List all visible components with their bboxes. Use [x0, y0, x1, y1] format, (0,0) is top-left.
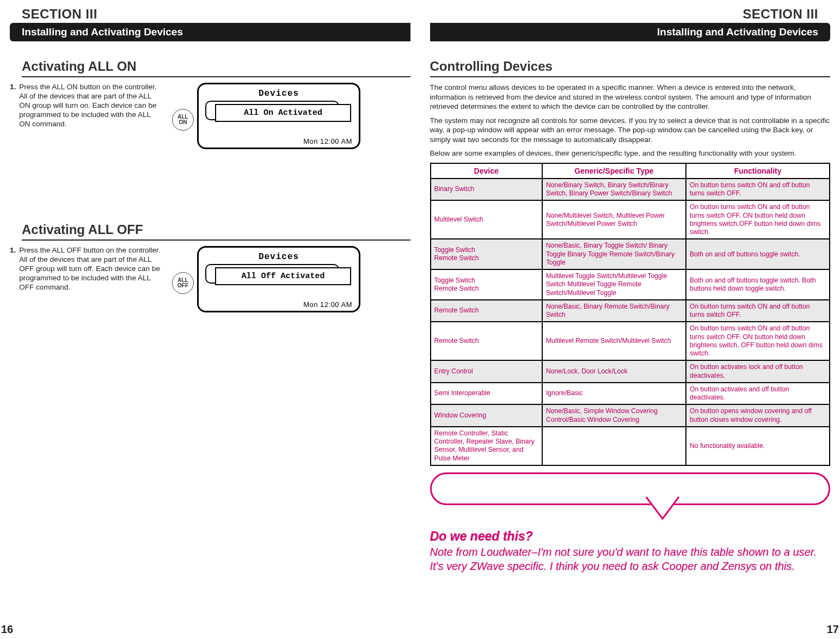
table-cell: Multilevel Remote Switch/Multilevel Swit…	[542, 322, 686, 360]
heading-controlling: Controlling Devices	[430, 59, 831, 77]
note-title: Do we need this?	[430, 529, 831, 544]
table-cell: Binary Switch	[431, 179, 542, 201]
step-text-1b: Press the ALL OFF button on the controll…	[19, 246, 162, 312]
table-cell: None/Basic, Simple Window Covering Contr…	[542, 404, 686, 427]
table-cell: Ignore/Basic	[542, 383, 686, 405]
table-cell: None/Multilevel Switch, Multilevel Power…	[542, 200, 686, 239]
table-cell: On button turns switch ON and off button…	[686, 200, 830, 239]
left-content: Activating ALL ON 1. Press the ALL ON bu…	[10, 41, 410, 629]
table-cell: Semi Interoperable	[431, 383, 542, 405]
table-row: Remote Controller, Static Controller, Re…	[431, 427, 830, 465]
table-cell: Both on and off buttons toggle switch. B…	[686, 269, 830, 300]
table-cell: On button turns switch ON and off button…	[686, 179, 830, 201]
lcd-popup-2: All Off Activated	[215, 267, 351, 285]
page-left: SECTION III Installing and Activating De…	[0, 0, 420, 639]
hw-col-all-on: ALL ON Devices All On Activated Mon 12:0…	[172, 83, 410, 149]
page-number-left: 16	[1, 623, 13, 636]
step-text-1a: Press the ALL ON button on the controlle…	[19, 83, 162, 149]
table-cell: Toggle Switch Remote Switch	[431, 269, 542, 300]
lcd-title-2: Devices	[204, 252, 353, 262]
table-cell: Remote Switch	[431, 322, 542, 360]
table-cell: None/Lock, Door Lock/Lock	[542, 360, 686, 383]
section-bar-left: Installing and Activating Devices	[10, 23, 410, 41]
table-cell: None/Binary Switch, Binary Switch/Binary…	[542, 179, 686, 201]
table-cell: Remote Controller, Static Controller, Re…	[431, 427, 542, 465]
table-row: Window CoveringNone/Basic, Simple Window…	[431, 404, 830, 427]
section-label-left: SECTION III	[10, 7, 410, 22]
table-cell: On button activates lock and off button …	[686, 360, 830, 383]
lcd-all-on: Devices All On Activated Mon 12:00 AM	[197, 83, 360, 149]
table-row: Binary SwitchNone/Binary Switch, Binary …	[431, 179, 830, 201]
table-cell: On button activates and off button deact…	[686, 383, 830, 405]
table-cell: On button opens window covering and off …	[686, 404, 830, 427]
table-cell: None/Basic, Binary Remote Switch/Binary …	[542, 300, 686, 322]
block-all-on: 1. Press the ALL ON button on the contro…	[10, 83, 410, 149]
table-cell: No functionality available.	[686, 427, 830, 465]
th-type: Generic/Specific Type	[542, 163, 686, 179]
table-cell: None/Basic, Binary Toggle Switch/ Binary…	[542, 239, 686, 269]
page-number-right: 17	[827, 623, 839, 636]
table-cell: Multilevel Toggle Switch/Multilevel Togg…	[542, 269, 686, 300]
th-device: Device	[431, 163, 542, 179]
step-num-1a: 1.	[10, 83, 16, 149]
page-right: SECTION III Installing and Activating De…	[420, 0, 841, 639]
table-row: Toggle Switch Remote SwitchMultilevel To…	[431, 269, 830, 300]
heading-all-off: Activating ALL OFF	[22, 222, 410, 241]
step-num-1b: 1.	[10, 246, 16, 312]
lcd-time-2: Mon 12:00 AM	[303, 300, 352, 309]
lcd-popup-1: All On Activated	[215, 104, 351, 122]
table-cell: On button turns switch ON and off button…	[686, 322, 830, 360]
block-all-off: 1. Press the ALL OFF button on the contr…	[10, 246, 410, 312]
th-func: Functionality	[686, 163, 830, 179]
para-3: Below are some examples of devices, thei…	[430, 149, 831, 158]
section-label-right: SECTION III	[430, 7, 831, 22]
para-2: The system may not recognize all control…	[430, 116, 831, 145]
table-row: Toggle Switch Remote SwitchNone/Basic, B…	[431, 239, 830, 269]
note-body: Note from Loudwater–I'm not sure you'd w…	[430, 545, 831, 573]
table-cell: Window Covering	[431, 404, 542, 427]
table-cell: Multilevel Switch	[431, 200, 542, 239]
lcd-time-1: Mon 12:00 AM	[303, 137, 352, 145]
section-bar-right: Installing and Activating Devices	[430, 23, 831, 41]
para-1: The control menu allows devices to be op…	[430, 83, 831, 112]
heading-all-on: Activating ALL ON	[22, 59, 410, 77]
callout: Do we need this? Note from Loudwater–I'm…	[430, 472, 831, 573]
table-row: Semi InteroperableIgnore/BasicOn button …	[431, 383, 830, 405]
table-cell: Both on and off buttons toggle switch.	[686, 239, 830, 269]
table-row: Entry ControlNone/Lock, Door Lock/LockOn…	[431, 360, 830, 383]
table-cell: Entry Control	[431, 360, 542, 383]
table-cell: Toggle Switch Remote Switch	[431, 239, 542, 269]
hw-col-all-off: ALL OFF Devices All Off Activated Mon 12…	[172, 246, 410, 312]
table-cell: On button turns switch ON and off button…	[686, 300, 830, 322]
lcd-title-1: Devices	[204, 89, 353, 99]
table-cell: Remote Switch	[431, 300, 542, 322]
step-all-off: 1. Press the ALL OFF button on the contr…	[10, 246, 162, 312]
right-content: Controlling Devices The control menu all…	[430, 41, 831, 629]
document-spread: SECTION III Installing and Activating De…	[0, 0, 840, 639]
callout-bubble	[430, 472, 831, 505]
step-all-on: 1. Press the ALL ON button on the contro…	[10, 83, 162, 149]
table-row: Remote SwitchNone/Basic, Binary Remote S…	[431, 300, 830, 322]
lcd-all-off: Devices All Off Activated Mon 12:00 AM	[197, 246, 360, 312]
all-on-button-icon: ALL ON	[172, 109, 194, 131]
table-row: Multilevel SwitchNone/Multilevel Switch,…	[431, 200, 830, 239]
device-table: Device Generic/Specific Type Functionali…	[430, 163, 831, 466]
table-row: Remote SwitchMultilevel Remote Switch/Mu…	[431, 322, 830, 360]
table-cell	[542, 427, 686, 465]
all-off-button-icon: ALL OFF	[172, 272, 194, 294]
